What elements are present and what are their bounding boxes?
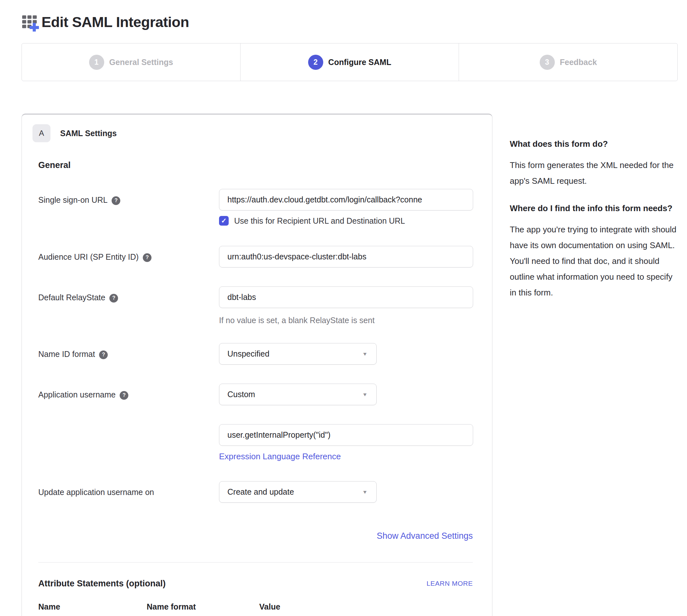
app-username-control: Custom ▼ <box>219 383 473 405</box>
help-icon[interactable]: ? <box>112 196 120 205</box>
step-configure-saml[interactable]: 2 Configure SAML <box>240 43 459 81</box>
expression-language-reference-link[interactable]: Expression Language Reference <box>219 452 341 462</box>
relay-state-label-wrap: Default RelayState? <box>38 286 219 308</box>
step-label: General Settings <box>109 58 174 67</box>
attribute-statements-heading: Attribute Statements (optional) <box>38 579 166 589</box>
audience-uri-input[interactable] <box>219 246 473 267</box>
advanced-settings-row: Show Advanced Settings <box>38 531 473 541</box>
audience-uri-row: Audience URI (SP Entity ID)? <box>38 246 473 267</box>
update-username-value: Create and update <box>227 487 294 497</box>
update-username-row: Update application username on Create an… <box>38 481 473 503</box>
sso-url-row: Single sign-on URL? <box>38 189 473 211</box>
relay-state-label: Default RelayState <box>38 293 105 302</box>
section-title: SAML Settings <box>60 129 117 138</box>
attr-col-name-format: Name format <box>147 602 259 612</box>
name-id-format-label-wrap: Name ID format? <box>38 343 219 365</box>
relay-state-hint: If no value is set, a blank RelayState i… <box>219 316 473 325</box>
step-label: Feedback <box>560 58 597 67</box>
name-id-format-value: Unspecified <box>227 349 270 358</box>
help-icon[interactable]: ? <box>143 253 152 262</box>
help-icon[interactable]: ? <box>120 391 128 400</box>
app-username-label-wrap: Application username? <box>38 383 219 405</box>
sidebar-heading-where: Where do I find the info this form needs… <box>510 202 678 214</box>
audience-uri-control <box>219 246 473 267</box>
step-number-badge: 1 <box>89 55 104 70</box>
sidebar-heading-what: What does this form do? <box>510 138 678 150</box>
name-id-format-row: Name ID format? Unspecified ▼ <box>38 343 473 365</box>
page-title: Edit SAML Integration <box>42 14 189 30</box>
learn-more-link[interactable]: LEARN MORE <box>427 580 473 589</box>
name-id-format-select[interactable]: Unspecified ▼ <box>219 343 376 365</box>
step-feedback[interactable]: 3 Feedback <box>459 43 677 81</box>
chevron-down-icon: ▼ <box>362 351 368 357</box>
section-a-badge: A <box>32 124 50 142</box>
sso-url-label: Single sign-on URL <box>38 195 108 204</box>
saml-settings-panel: A SAML Settings General Single sign-on U… <box>22 114 493 616</box>
attribute-statements-header: Attribute Statements (optional) LEARN MO… <box>38 579 473 589</box>
attribute-table-header: Name Name format Value <box>38 602 473 612</box>
general-heading: General <box>38 160 473 170</box>
update-username-label: Update application username on <box>38 481 219 503</box>
help-icon[interactable]: ? <box>99 351 108 359</box>
main-content: A SAML Settings General Single sign-on U… <box>22 114 678 616</box>
sso-url-control <box>219 189 473 211</box>
name-id-format-control: Unspecified ▼ <box>219 343 473 365</box>
attr-col-name: Name <box>38 602 147 612</box>
sidebar-body-where: The app you're trying to integrate with … <box>510 222 678 301</box>
section-divider <box>38 562 473 563</box>
step-label: Configure SAML <box>328 58 391 67</box>
sidebar-body-what: This form generates the XML needed for t… <box>510 157 678 189</box>
audience-uri-label-wrap: Audience URI (SP Entity ID)? <box>38 246 219 267</box>
page: Edit SAML Integration 1 General Settings… <box>22 0 678 616</box>
app-username-value: Custom <box>227 390 255 399</box>
app-grid-plus-icon <box>22 14 39 31</box>
step-number-badge: 2 <box>308 55 323 70</box>
help-sidebar: What does this form do? This form genera… <box>510 114 678 314</box>
recipient-url-checkbox-label: Use this for Recipient URL and Destinati… <box>234 216 405 226</box>
app-username-select[interactable]: Custom ▼ <box>219 383 376 405</box>
relay-state-input[interactable] <box>219 286 473 308</box>
app-username-label: Application username <box>38 390 115 399</box>
help-icon[interactable]: ? <box>109 294 118 303</box>
step-wizard: 1 General Settings 2 Configure SAML 3 Fe… <box>22 43 678 81</box>
recipient-url-checkbox[interactable]: ✓ <box>219 216 229 226</box>
relay-state-control <box>219 286 473 308</box>
show-advanced-settings-link[interactable]: Show Advanced Settings <box>376 531 473 541</box>
step-number-badge: 3 <box>540 55 555 70</box>
chevron-down-icon: ▼ <box>362 489 368 495</box>
page-header: Edit SAML Integration <box>22 13 678 31</box>
app-username-row: Application username? Custom ▼ <box>38 383 473 405</box>
chevron-down-icon: ▼ <box>362 392 368 397</box>
relay-state-row: Default RelayState? <box>38 286 473 308</box>
update-username-select[interactable]: Create and update ▼ <box>219 481 376 503</box>
recipient-url-check-row: ✓ Use this for Recipient URL and Destina… <box>219 216 473 226</box>
step-general-settings[interactable]: 1 General Settings <box>22 43 240 81</box>
sso-url-label-wrap: Single sign-on URL? <box>38 189 219 211</box>
update-username-control: Create and update ▼ <box>219 481 473 503</box>
app-username-custom-input[interactable] <box>219 424 473 446</box>
sso-url-input[interactable] <box>219 189 473 211</box>
app-username-custom-wrap <box>219 424 473 446</box>
name-id-format-label: Name ID format <box>38 350 95 358</box>
section-header: A SAML Settings <box>32 124 473 142</box>
audience-uri-label: Audience URI (SP Entity ID) <box>38 252 139 261</box>
attr-col-value: Value <box>259 602 280 612</box>
